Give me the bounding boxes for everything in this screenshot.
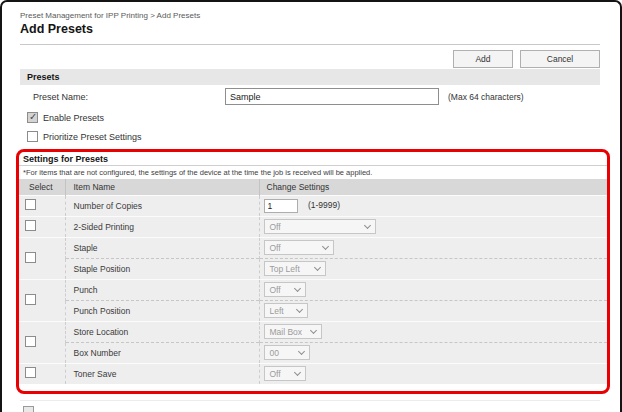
staple-select[interactable]: Off bbox=[264, 240, 334, 255]
column-header-change-settings: Change Settings bbox=[259, 179, 607, 195]
settings-note: *For items that are not configured, the … bbox=[19, 166, 607, 179]
staple-group-checkbox[interactable] bbox=[25, 252, 36, 263]
toner-save-label: Toner Save bbox=[65, 363, 259, 384]
toner-save-select[interactable]: Off bbox=[264, 366, 306, 381]
punch-label: Punch bbox=[65, 279, 259, 300]
enable-presets-label: Enable Presets bbox=[43, 113, 104, 123]
enable-presets-checkbox[interactable] bbox=[27, 112, 38, 123]
punch-position-value: Left bbox=[270, 306, 284, 316]
chevron-down-icon bbox=[293, 369, 300, 376]
table-row-staple-position: Staple Position Top Left bbox=[19, 258, 607, 279]
2-sided-printing-checkbox[interactable] bbox=[25, 220, 36, 231]
breadcrumb[interactable]: Preset Management for IPP Printing > Add… bbox=[20, 11, 200, 20]
number-of-copies-range-hint: (1-9999) bbox=[308, 200, 340, 210]
punch-value: Off bbox=[270, 285, 281, 295]
preset-name-label: Preset Name: bbox=[33, 92, 88, 102]
number-of-copies-input[interactable] bbox=[264, 199, 298, 213]
section-divider bbox=[20, 400, 600, 401]
table-header-row: Select Item Name Change Settings bbox=[19, 179, 607, 195]
table-row-2-sided-printing: 2-Sided Printing Off bbox=[19, 216, 607, 237]
table-row-staple: Staple Off bbox=[19, 237, 607, 258]
punch-position-select[interactable]: Left bbox=[264, 303, 308, 318]
number-of-copies-label: Number of Copies bbox=[65, 195, 259, 216]
prioritize-preset-settings-checkbox[interactable] bbox=[27, 131, 38, 142]
settings-for-presets-panel: Settings for Presets *For items that are… bbox=[16, 149, 610, 394]
staple-label: Staple bbox=[65, 237, 259, 258]
chevron-down-icon bbox=[293, 285, 300, 292]
2-sided-printing-label: 2-Sided Printing bbox=[65, 216, 259, 237]
column-header-select: Select bbox=[19, 179, 65, 195]
store-location-select[interactable]: Mail Box bbox=[264, 324, 322, 339]
chevron-down-icon bbox=[309, 327, 316, 334]
table-row-box-number: Box Number 00 bbox=[19, 342, 607, 363]
table-row-punch: Punch Off bbox=[19, 279, 607, 300]
box-number-value: 00 bbox=[270, 348, 279, 358]
prioritize-preset-settings-label: Prioritize Preset Settings bbox=[43, 132, 142, 142]
number-of-copies-checkbox[interactable] bbox=[25, 199, 36, 210]
box-number-select[interactable]: 00 bbox=[264, 345, 310, 360]
table-row-number-of-copies: Number of Copies (1-9999) bbox=[19, 195, 607, 216]
table-row-toner-save: Toner Save Off bbox=[19, 363, 607, 384]
chevron-down-icon bbox=[363, 222, 370, 229]
table-row-store-location: Store Location Mail Box bbox=[19, 321, 607, 342]
punch-select[interactable]: Off bbox=[264, 282, 306, 297]
preset-name-hint: (Max 64 characters) bbox=[448, 92, 524, 102]
partially-visible-checkbox[interactable] bbox=[23, 406, 34, 412]
prioritize-preset-settings-row: Prioritize Preset Settings bbox=[27, 131, 142, 142]
chevron-down-icon bbox=[313, 264, 320, 271]
chevron-down-icon bbox=[297, 348, 304, 355]
chevron-down-icon bbox=[321, 243, 328, 250]
staple-position-value: Top Left bbox=[270, 264, 300, 274]
preset-name-input[interactable] bbox=[225, 88, 439, 105]
store-location-value: Mail Box bbox=[270, 327, 303, 337]
punch-group-checkbox[interactable] bbox=[25, 294, 36, 305]
store-location-group-checkbox[interactable] bbox=[25, 336, 36, 347]
action-buttons: Add Cancel bbox=[453, 50, 600, 68]
staple-position-label: Staple Position bbox=[65, 258, 259, 279]
cancel-button[interactable]: Cancel bbox=[520, 50, 600, 68]
store-location-label: Store Location bbox=[65, 321, 259, 342]
title-divider bbox=[20, 44, 600, 45]
add-button[interactable]: Add bbox=[453, 50, 513, 68]
toner-save-checkbox[interactable] bbox=[25, 367, 36, 378]
table-row-punch-position: Punch Position Left bbox=[19, 300, 607, 321]
enable-presets-row: Enable Presets bbox=[27, 112, 104, 123]
staple-value: Off bbox=[270, 243, 281, 253]
chevron-down-icon bbox=[295, 306, 302, 313]
settings-table: Select Item Name Change Settings Number … bbox=[19, 179, 607, 384]
toner-save-value: Off bbox=[270, 369, 281, 379]
staple-position-select[interactable]: Top Left bbox=[264, 261, 326, 276]
box-number-label: Box Number bbox=[65, 342, 259, 363]
2-sided-printing-select[interactable]: Off bbox=[264, 219, 376, 234]
punch-position-label: Punch Position bbox=[65, 300, 259, 321]
column-header-item-name: Item Name bbox=[65, 179, 259, 195]
presets-section-header: Presets bbox=[20, 69, 600, 85]
app-window: Preset Management for IPP Printing > Add… bbox=[0, 0, 622, 412]
page-title: Add Presets bbox=[20, 22, 93, 36]
2-sided-printing-value: Off bbox=[270, 222, 281, 232]
settings-section-title: Settings for Presets bbox=[19, 152, 607, 166]
